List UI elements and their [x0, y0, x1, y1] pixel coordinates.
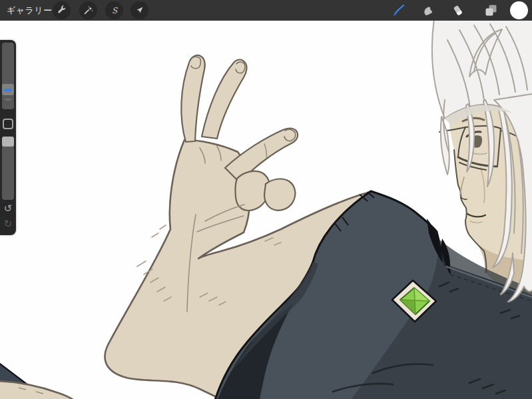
smudge-button[interactable]	[419, 1, 437, 19]
transform-button[interactable]	[131, 1, 148, 19]
magic-wand-icon	[83, 5, 94, 16]
selection-s-icon: S	[109, 5, 121, 17]
brush-opacity-handle[interactable]	[2, 137, 14, 147]
undo-button[interactable]: ↺	[0, 202, 16, 215]
svg-text:S: S	[111, 5, 118, 15]
selection-button[interactable]: S	[105, 1, 123, 19]
brush-size-handle[interactable]	[2, 84, 14, 95]
paintbrush-icon	[390, 3, 406, 19]
actions-button[interactable]	[53, 1, 71, 19]
redo-button[interactable]: ↻	[0, 217, 16, 230]
procreate-window: ギャラリー S	[0, 0, 532, 399]
layers-icon	[483, 3, 499, 19]
color-swatch-circle[interactable]	[510, 1, 528, 19]
layers-button[interactable]	[481, 1, 500, 19]
brush-size-slider[interactable]	[2, 43, 14, 109]
gallery-button[interactable]: ギャラリー	[7, 0, 53, 21]
brush-size-tick	[5, 99, 11, 101]
adjustments-button[interactable]	[79, 1, 97, 19]
eraser-button[interactable]	[449, 1, 467, 19]
wrench-icon	[56, 5, 67, 16]
illustration	[0, 0, 532, 399]
transform-arrow-icon	[134, 5, 145, 16]
paint-brush-button[interactable]	[389, 1, 407, 19]
brush-opacity-slider[interactable]	[2, 137, 14, 200]
top-toolbar: ギャラリー S	[0, 0, 532, 21]
eraser-icon	[450, 3, 466, 19]
smudge-finger-icon	[420, 3, 436, 19]
brush-sidebar: ↺ ↻	[0, 40, 16, 235]
modify-button[interactable]	[3, 119, 13, 129]
brush-size-indicator	[4, 89, 12, 91]
